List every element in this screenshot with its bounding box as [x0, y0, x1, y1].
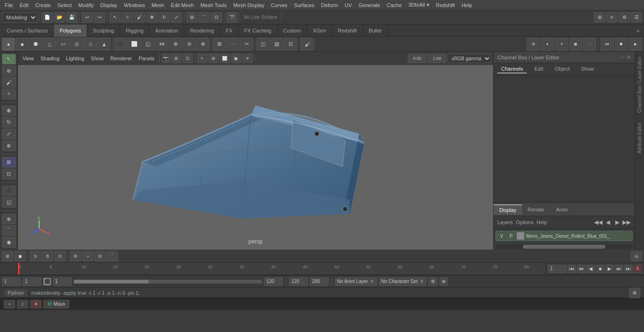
extrude-btn[interactable]: ⬛ [114, 38, 127, 51]
channel-box-close[interactable]: ✕ [627, 54, 631, 60]
menu-windows[interactable]: Windows [121, 1, 148, 9]
menu-redshift[interactable]: Redshift [433, 1, 458, 9]
play-start-btn[interactable]: ⏮ [568, 265, 576, 273]
menu-modify[interactable]: Modify [75, 1, 96, 9]
colorspace-select[interactable]: sRGB gamma [447, 54, 491, 63]
field3-val[interactable]: 1 [53, 277, 72, 286]
start-frame-field[interactable]: 1 [2, 277, 21, 286]
cube-icon-btn[interactable]: ■ [16, 38, 29, 51]
layer-scrollbar[interactable] [495, 245, 633, 249]
key-all-btn[interactable]: ⊞ [2, 251, 13, 261]
layer-scroll-fwd-btn[interactable]: ▶ [613, 218, 621, 227]
move-tool-btn[interactable]: ✥ [146, 12, 157, 23]
select-mode-btn[interactable]: ↖ [2, 54, 16, 65]
timeline-numbers[interactable]: 1 5 10 15 20 25 30 35 40 45 50 55 60 65 … [18, 263, 546, 275]
tab-sculpting[interactable]: Sculpting [87, 24, 120, 37]
layer-scrollbar-thumb[interactable] [523, 245, 605, 249]
taskbar-maximize-btn[interactable]: □ [17, 300, 28, 308]
layer-scroll-back-btn[interactable]: ◀ [603, 218, 612, 227]
menu-select[interactable]: Select [55, 1, 75, 9]
bottom-settings-btn[interactable]: ⚙ [429, 277, 438, 286]
tab-redshift[interactable]: Redshift [332, 24, 363, 37]
display-tab[interactable]: Display [494, 204, 522, 215]
layer-visibility-btn[interactable]: V [498, 232, 505, 240]
torus-icon-btn[interactable]: ◎ [70, 38, 83, 51]
renderer-menu[interactable]: Renderer [107, 55, 135, 62]
move-tool-left-btn[interactable]: ✥ [2, 105, 16, 116]
cut-btn[interactable]: ✂ [240, 38, 253, 51]
tab-curves-surfaces[interactable]: Curves / Surfaces [1, 24, 54, 37]
universal-manip-btn[interactable]: ⊕ [2, 140, 16, 151]
insert-loop-btn[interactable]: ⊞ [213, 38, 226, 51]
vp-val1[interactable]: 0.00 [408, 54, 427, 63]
vp-select-mode-btn[interactable]: ↖ [197, 54, 207, 63]
vp-smooth-btn[interactable]: ⬜ [220, 54, 230, 63]
menu-generate[interactable]: Generate [355, 1, 383, 9]
paint-select-btn[interactable]: 🖌 [134, 12, 145, 23]
auto-key-btn[interactable]: K [634, 265, 642, 273]
channels-tab[interactable]: Channels [497, 65, 527, 73]
current-time-field[interactable]: 1 [23, 277, 41, 286]
tab-expand-btn[interactable]: » [633, 24, 643, 37]
command-language-label[interactable]: Python [4, 289, 27, 297]
rotate-tool-left-btn[interactable]: ↻ [2, 117, 16, 128]
current-frame-field[interactable]: 1 [548, 265, 567, 273]
bevel-left-btn[interactable]: ◱ [2, 197, 16, 208]
set-key-btn[interactable]: S [30, 251, 41, 261]
menu-uv[interactable]: UV [342, 1, 355, 9]
playback-opts-btn[interactable]: ⚙ [70, 251, 81, 261]
sphere-icon-btn[interactable]: ● [2, 38, 15, 51]
undo-btn[interactable]: ↩ [82, 12, 93, 23]
command-expand-btn[interactable]: ⊞ [629, 288, 640, 298]
menu-create[interactable]: Create [33, 1, 54, 9]
bridge-btn[interactable]: ⬜ [128, 38, 141, 51]
view-menu[interactable]: View [20, 55, 37, 62]
prism-icon-btn[interactable]: ◇ [84, 38, 97, 51]
show-tab[interactable]: Show [577, 65, 598, 73]
menu-3dtool[interactable]: 3DtoAll ▾ [405, 1, 432, 9]
save-scene-btn[interactable]: 💾 [66, 12, 77, 23]
channel-box-minimize[interactable]: ─ [621, 54, 625, 60]
menu-file[interactable]: File [2, 1, 16, 9]
scale-tool-btn[interactable]: ⤢ [171, 12, 182, 23]
help-menu[interactable]: Help [537, 219, 547, 225]
menu-curves[interactable]: Curves [268, 1, 290, 9]
key-selected-btn[interactable]: ◼ [14, 251, 25, 261]
tab-polygons[interactable]: Polygons [54, 24, 87, 37]
cone-icon-btn[interactable]: △ [43, 38, 56, 51]
channel-box-toggle[interactable]: ⊞ [594, 12, 605, 23]
object-tab[interactable]: Object [551, 65, 573, 73]
cylinder-icon-btn[interactable]: ⬟ [29, 38, 42, 51]
menu-edit[interactable]: Edit [17, 1, 32, 9]
select-tool-btn[interactable]: ↖ [109, 12, 121, 23]
snap-point-btn[interactable]: ⊡ [211, 12, 222, 23]
menu-mesh[interactable]: Mesh [149, 1, 167, 9]
snap-together-btn[interactable]: ⊡ [2, 169, 16, 179]
soft-select-btn[interactable]: ⊛ [2, 65, 16, 76]
bevel-btn[interactable]: ◱ [141, 38, 155, 51]
menu-mesh-tools[interactable]: Mesh Tools [198, 1, 229, 9]
layer-scroll-right-btn[interactable]: ▶▶ [622, 218, 631, 227]
vp-cam-btn[interactable]: 📷 [162, 54, 170, 63]
separate-btn[interactable]: ⊖ [182, 38, 196, 51]
vp-texture-btn[interactable]: ▣ [231, 54, 241, 63]
redo-btn[interactable]: ↪ [94, 12, 105, 23]
soft-mod-btn[interactable]: ⊕ [2, 214, 16, 225]
time-slider[interactable] [74, 280, 262, 283]
layer-scroll-left-btn[interactable]: ◀◀ [594, 218, 603, 227]
menu-display[interactable]: Display [98, 1, 120, 9]
texture-btn[interactable]: ▣ [569, 38, 582, 51]
workspace-select[interactable]: Modeling [2, 12, 37, 23]
anim-layer-select[interactable]: No Anim Layer ▼ [335, 277, 377, 286]
panels-menu[interactable]: Panels [136, 55, 157, 62]
set-breakdown-btn[interactable]: B [42, 251, 53, 261]
rotate-tool-btn[interactable]: ↻ [158, 12, 170, 23]
cv-curve-btn[interactable]: ⌒ [2, 225, 16, 236]
layer-color-swatch[interactable] [517, 232, 524, 240]
taskbar-maya-app[interactable]: M Maya [43, 300, 69, 308]
layer-placeholder-btn[interactable]: P [507, 232, 515, 240]
boolean-btn[interactable]: ⊗ [196, 38, 209, 51]
lighting-btn[interactable]: ☀ [555, 38, 568, 51]
merge-btn[interactable]: ⋈ [155, 38, 168, 51]
tab-animation[interactable]: Animation [149, 24, 184, 37]
